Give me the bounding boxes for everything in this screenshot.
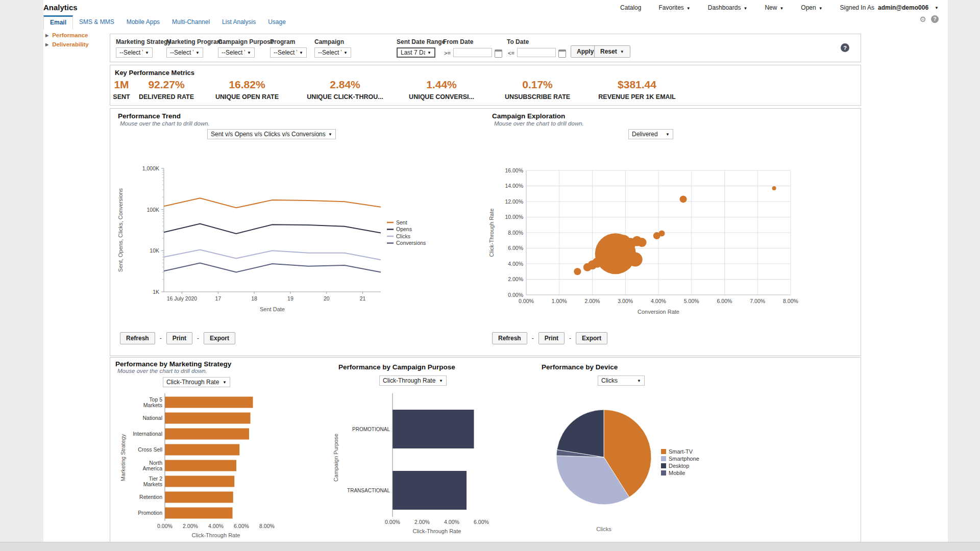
print-button[interactable]: Print [538, 332, 565, 344]
chevron-down-icon[interactable]: ▼ [935, 6, 939, 10]
signed-in-user[interactable]: admin@demo006 [878, 4, 928, 11]
filter-help-icon[interactable]: ? [841, 43, 849, 52]
kpm-title: Key Performance Metrics [115, 69, 194, 77]
legend-item-mobile: Mobile [661, 470, 699, 476]
marketing-strategy-chart[interactable]: Top 5MarketsNationalInternationalCross S… [113, 388, 291, 548]
refresh-button[interactable]: Refresh [120, 332, 155, 344]
metric-unsubscribe-rate: 0.17%UNSUBSCRIBE RATE [505, 79, 570, 101]
tab-usage[interactable]: Usage [262, 15, 292, 30]
legend-swatch [661, 456, 666, 461]
filter-select-marketing-strategy[interactable]: --Select Value▼ [116, 47, 153, 58]
svg-text:Cross Sell: Cross Sell [138, 446, 162, 453]
campaign-exploration-chart[interactable]: 0.00%1.00%2.00%3.00%4.00%5.00%6.00%7.00%… [485, 162, 817, 325]
trend-metric-select[interactable]: Sent v/s Opens v/s Clicks v/s Conversion… [207, 129, 336, 139]
calendar-icon[interactable] [558, 49, 566, 58]
svg-text:2.00%: 2.00% [508, 276, 523, 282]
chart-title-device: Performance by Device [542, 363, 618, 371]
tab-mobile-apps[interactable]: Mobile Apps [120, 15, 166, 30]
chevron-down-icon: ▼ [247, 51, 251, 55]
metric-unique-open-rate: 16.82%UNIQUE OPEN RATE [215, 79, 279, 101]
page: Analytics CatalogFavorites▼Dashboards▼Ne… [0, 0, 980, 551]
tab-email[interactable]: Email [43, 15, 73, 30]
from-date-input[interactable] [453, 48, 492, 57]
nav-item-catalog[interactable]: Catalog [620, 4, 641, 11]
tab-list-analysis[interactable]: List Analysis [216, 15, 262, 30]
expand-arrow-icon[interactable]: ▶ [45, 33, 48, 38]
chart-title-campaign-exploration: Campaign Exploration [492, 112, 565, 120]
tab-sms-mms[interactable]: SMS & MMS [73, 15, 120, 30]
print-button[interactable]: Print [166, 332, 192, 344]
legend-label: Smartphone [669, 456, 699, 462]
chevron-down-icon: ▼ [666, 132, 670, 137]
svg-text:Retention: Retention [139, 494, 162, 500]
filter-select-marketing-program[interactable]: --Select Value▼ [166, 47, 203, 58]
chevron-down-icon: ▼ [344, 51, 348, 55]
gear-icon[interactable]: ⚙ [920, 15, 926, 23]
device-pie-chart[interactable] [553, 406, 655, 510]
svg-text:Conversions: Conversions [396, 240, 426, 246]
chart-subtitle: Mouse over the chart to drill down. [117, 368, 207, 374]
nav-item-dashboards[interactable]: Dashboards▼ [708, 4, 748, 11]
action-separator: - [569, 335, 571, 342]
chart-subtitle: Mouse over the chart to drill down. [494, 120, 584, 127]
filter-select-program[interactable]: --Select Value▼ [270, 47, 307, 58]
purpose-metric-select[interactable]: Click-Through Rate ▼ [379, 375, 447, 386]
legend-label: Mobile [669, 470, 685, 476]
metric-label: UNIQUE CLICK-THROU... [307, 93, 383, 101]
help-icon[interactable]: ? [931, 15, 939, 23]
svg-text:18: 18 [251, 295, 257, 302]
svg-text:Click-Through Rate: Click-Through Rate [413, 528, 461, 534]
chart-subtitle: Mouse over the chart to drill down. [120, 120, 210, 127]
metric-label: DELIVERED RATE [139, 93, 194, 101]
svg-text:8.00%: 8.00% [783, 298, 798, 304]
metric-unique-click-throu-: 2.84%UNIQUE CLICK-THROU... [307, 79, 383, 101]
top-nav-items: CatalogFavorites▼Dashboards▼New▼Open▼ [620, 4, 823, 11]
chart-title-marketing-strategy: Performance by Marketing Strategy [115, 360, 231, 368]
chevron-down-icon: ▼ [687, 6, 691, 11]
nav-item-favorites[interactable]: Favorites▼ [658, 4, 690, 11]
nav-item-open[interactable]: Open▼ [801, 4, 822, 11]
metric-value: 1.44% [409, 79, 474, 91]
svg-text:Sent Date: Sent Date [260, 306, 285, 312]
svg-text:6.00%: 6.00% [508, 245, 523, 251]
exploration-metric-select[interactable]: Delivered ▼ [628, 129, 673, 139]
export-button[interactable]: Export [204, 332, 235, 344]
svg-text:12.00%: 12.00% [505, 198, 523, 205]
nav-item-new[interactable]: New▼ [765, 4, 783, 11]
campaign-purpose-chart[interactable]: PROMOTIONALTRANSACTIONAL0.00%2.00%4.00%6… [325, 388, 513, 548]
to-date-input[interactable] [517, 48, 556, 57]
sidebar-item-deliverability[interactable]: ▶Deliverability [45, 40, 106, 49]
sent-date-range-select[interactable]: Last 7 Days ▼ [397, 47, 435, 58]
svg-text:6.00%: 6.00% [474, 519, 489, 525]
svg-text:19: 19 [287, 295, 293, 302]
device-metric-select[interactable]: Clicks ▼ [598, 375, 645, 386]
svg-text:0.00%: 0.00% [508, 292, 523, 298]
sidebar-item-performance[interactable]: ▶Performance [45, 31, 106, 40]
reset-button[interactable]: Reset▼ [594, 45, 630, 58]
calendar-icon[interactable] [495, 49, 502, 58]
performance-trend-chart[interactable]: 1,000K100K10K1K16 July 20201718192021Sen… [115, 162, 432, 325]
legend-item-smart-tv: Smart-TV [661, 448, 699, 455]
metric-revenue-per-1k-email: $381.44REVENUE PER 1K EMAIL [598, 79, 675, 101]
signed-in-label: Signed In As [840, 4, 874, 11]
filter-select-campaign-purpose[interactable]: --Select Value▼ [218, 47, 255, 58]
svg-text:4.00%: 4.00% [508, 261, 523, 267]
top-nav: CatalogFavorites▼Dashboards▼New▼Open▼ Si… [620, 4, 939, 11]
export-button[interactable]: Export [576, 332, 607, 344]
filter-select-campaign[interactable]: --Select Value▼ [314, 47, 351, 58]
metric-label: UNIQUE OPEN RATE [215, 93, 279, 101]
svg-text:6.00%: 6.00% [717, 298, 732, 304]
chevron-down-icon: ▼ [620, 49, 624, 54]
svg-text:10K: 10K [150, 247, 159, 254]
svg-text:International: International [133, 431, 162, 437]
svg-text:Sent: Sent [396, 219, 407, 226]
chevron-down-icon: ▼ [439, 379, 443, 383]
signed-in: Signed In As admin@demo006 ▼ [840, 4, 939, 11]
strategy-metric-select[interactable]: Click-Through Rate ▼ [163, 377, 230, 387]
tab-multi-channel[interactable]: Multi-Channel [166, 15, 216, 30]
svg-text:Markets: Markets [143, 402, 162, 408]
action-separator: - [532, 335, 534, 342]
refresh-button[interactable]: Refresh [492, 332, 527, 344]
expand-arrow-icon[interactable]: ▶ [45, 42, 48, 47]
svg-text:6.00%: 6.00% [234, 523, 249, 529]
